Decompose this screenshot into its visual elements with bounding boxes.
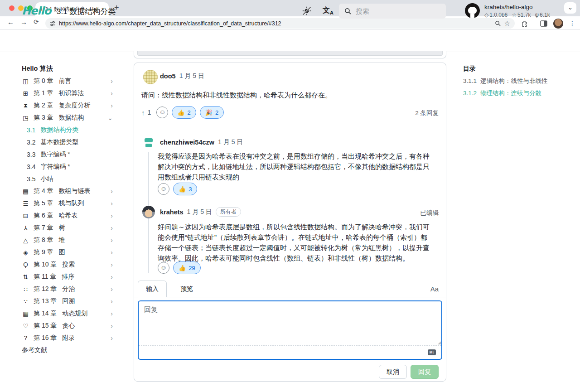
add-reaction-button[interactable]: ☺: [156, 106, 168, 118]
reaction-thumbsup[interactable]: 👍 2: [172, 106, 196, 119]
star-icon: ☆: [512, 12, 517, 18]
chevron-right-icon[interactable]: ›: [111, 286, 113, 293]
reaction-thumbsup[interactable]: 👍 3: [173, 183, 197, 195]
sidebar-item-ch12[interactable]: ∷ 第 12 章 分治 ›: [22, 283, 113, 295]
site-settings-icon[interactable]: [50, 21, 55, 26]
site-search[interactable]: [339, 4, 446, 19]
avatar[interactable]: [143, 70, 158, 84]
address-bar[interactable]: https://www.hello-algo.com/chapter_data_…: [45, 18, 515, 29]
search-input[interactable]: [356, 7, 424, 15]
chevron-right-icon[interactable]: ›: [111, 200, 113, 207]
chevron-right-icon[interactable]: ›: [111, 77, 113, 85]
reply-date[interactable]: 1 月 5 日: [218, 138, 243, 146]
avatar[interactable]: [142, 206, 155, 218]
back-icon[interactable]: ←: [7, 19, 14, 25]
browser-profile-avatar[interactable]: [553, 19, 563, 29]
extensions-icon[interactable]: [521, 20, 528, 27]
sidebar-item-ch7[interactable]: ⅄ 第 7 章 树 ›: [22, 222, 113, 234]
chevron-right-icon[interactable]: ›: [111, 249, 113, 256]
side-panel-icon[interactable]: [540, 20, 547, 27]
chevron-right-icon[interactable]: ›: [111, 90, 113, 97]
collapsed-reply-field[interactable]: [137, 51, 443, 56]
text-format-hint[interactable]: Aa: [430, 281, 439, 297]
bookmark-star-icon[interactable]: ☆: [504, 20, 510, 27]
site-logo[interactable]: Hello: [22, 5, 51, 17]
chevron-right-icon[interactable]: ›: [111, 188, 113, 195]
comment-date[interactable]: 1 月 5 日: [179, 72, 204, 80]
reply-submit-button[interactable]: 回复: [411, 365, 439, 379]
url-text[interactable]: https://www.hello-algo.com/chapter_data_…: [59, 20, 491, 27]
reply-author[interactable]: krahets: [160, 208, 184, 216]
close-window-button[interactable]: [9, 5, 14, 11]
reaction-tada[interactable]: 🎉 2: [200, 106, 224, 119]
chevron-right-icon[interactable]: ›: [111, 237, 113, 244]
sidebar-item-ch0[interactable]: ◫ 第 0 章 前言 ›: [22, 75, 113, 87]
question-icon: ?: [22, 334, 29, 341]
sidebar-item-ch14[interactable]: ▦ 第 14 章 动态规划 ›: [22, 307, 113, 319]
sidebar-item-ch15[interactable]: ♡ 第 15 章 贪心 ›: [22, 319, 113, 332]
sidebar-item-ch3[interactable]: ◳ 第 3 章 数据结构 ⌄: [22, 111, 113, 124]
sidebar-item-ch16[interactable]: ? 第 16 章 附录 ›: [22, 332, 113, 344]
chevron-right-icon[interactable]: ›: [111, 334, 113, 342]
chevron-right-icon[interactable]: ›: [111, 224, 113, 232]
sidebar-item-ch9[interactable]: ◈ 第 9 章 图 ›: [22, 246, 113, 258]
cancel-button[interactable]: 取消: [379, 365, 407, 379]
sidebar-item-references[interactable]: 参考文献: [22, 344, 113, 356]
backtracking-icon: ∵: [22, 298, 29, 305]
reply-count: 2 条回复: [415, 109, 439, 117]
upvote-count: 1: [148, 109, 151, 116]
github-repo-link[interactable]: krahets/hello-algo ◇1.0.0b6 ☆51.7k ψ6.1k: [465, 3, 550, 18]
tab-overview-chevron-icon[interactable]: ⌄: [564, 2, 576, 14]
tab-preview[interactable]: 预览: [173, 281, 200, 297]
reply-header: chenzhiwei54czw 1 月 5 日: [160, 138, 243, 146]
sidebar-subitem-3-4[interactable]: 3.4 字符编码 *: [22, 160, 113, 173]
chevron-right-icon[interactable]: ›: [111, 212, 113, 219]
reply-textarea[interactable]: [139, 301, 441, 346]
forward-icon[interactable]: →: [20, 19, 27, 25]
zoom-icon[interactable]: [495, 20, 501, 26]
translate-icon[interactable]: 文A: [323, 6, 334, 15]
chevron-right-icon[interactable]: ›: [111, 261, 113, 268]
toc-item-3-1-1[interactable]: 3.1.1 逻辑结构：线性与非线性: [463, 75, 575, 87]
add-reaction-button[interactable]: ☺: [158, 262, 169, 274]
reply-date[interactable]: 1 月 5 日: [187, 208, 212, 216]
page-title: 3.1 数据结构分类: [57, 6, 116, 17]
chevron-right-icon[interactable]: ›: [111, 322, 113, 329]
github-logo-icon: [465, 3, 480, 18]
chevron-right-icon[interactable]: ›: [111, 273, 113, 281]
reply-input-box[interactable]: ◢ M↓: [138, 300, 442, 360]
reload-icon[interactable]: ⟳: [34, 19, 39, 25]
reaction-thumbsup[interactable]: 👍 29: [173, 261, 201, 274]
tab-write[interactable]: 输入: [138, 281, 167, 297]
reply-body: 好问题～这因为哈希表底层是数组，所以包含线性数据结构。而为了解决哈希冲突，我们可…: [158, 222, 433, 263]
sidebar-item-ch1[interactable]: ⊞ 第 1 章 初识算法 ›: [22, 87, 113, 99]
avatar[interactable]: [142, 136, 155, 149]
upvote-button[interactable]: ↑ 1: [141, 109, 151, 116]
sidebar-subitem-3-3[interactable]: 3.3 数字编码 *: [22, 148, 113, 160]
chevron-down-icon[interactable]: ⌄: [107, 114, 113, 121]
sidebar-subitem-3-5[interactable]: 3.5 小结: [22, 173, 113, 185]
browser-menu-icon[interactable]: ⋮: [569, 20, 575, 27]
reaction-row: ↑ 1 ☺ 👍 2 🎉 2: [141, 106, 224, 119]
sidebar-site-title[interactable]: Hello 算法: [22, 63, 113, 75]
sidebar-subitem-3-1[interactable]: 3.1 数据结构分类: [22, 124, 113, 136]
chevron-right-icon[interactable]: ›: [111, 102, 113, 109]
theme-toggle-icon[interactable]: [302, 6, 312, 16]
chevron-right-icon[interactable]: ›: [111, 310, 113, 317]
comment-author[interactable]: doo5: [160, 73, 176, 80]
sidebar-item-ch6[interactable]: ⊟ 第 6 章 哈希表 ›: [22, 209, 113, 222]
resize-grip-icon[interactable]: ◢: [438, 340, 441, 345]
toolbar-divider: [534, 20, 534, 27]
sidebar-item-ch5[interactable]: ☰ 第 5 章 栈与队列 ›: [22, 197, 113, 209]
toc-item-3-1-2[interactable]: 3.1.2 物理结构：连续与分散: [463, 87, 575, 99]
sidebar-item-ch13[interactable]: ∵ 第 13 章 回溯 ›: [22, 295, 113, 307]
reply-author[interactable]: chenzhiwei54czw: [160, 139, 214, 146]
sidebar-item-ch11[interactable]: ⇅ 第 11 章 排序 ›: [22, 271, 113, 283]
sidebar-item-ch8[interactable]: △ 第 8 章 堆 ›: [22, 234, 113, 246]
sidebar-item-ch4[interactable]: ▤ 第 4 章 数组与链表 ›: [22, 185, 113, 197]
sidebar-item-ch2[interactable]: ⧗ 第 2 章 复杂度分析 ›: [22, 99, 113, 111]
sidebar-subitem-3-2[interactable]: 3.2 基本数据类型: [22, 136, 113, 148]
chevron-right-icon[interactable]: ›: [111, 298, 113, 305]
sidebar-item-ch10[interactable]: Ϙ 第 10 章 搜索 ›: [22, 258, 113, 271]
add-reaction-button[interactable]: ☺: [158, 183, 169, 195]
